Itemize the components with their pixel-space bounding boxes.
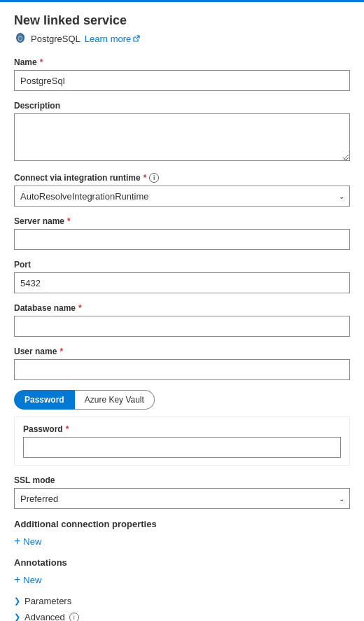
user-name-group: User name * xyxy=(14,347,350,380)
password-label: Password * xyxy=(23,424,341,434)
learn-more-link[interactable]: Learn more xyxy=(85,34,140,44)
ssl-mode-label: SSL mode xyxy=(14,475,350,485)
parameters-row[interactable]: ❯ Parameters xyxy=(14,596,350,606)
resize-handle: ↘ xyxy=(342,155,349,162)
additional-plus-icon: + xyxy=(14,535,20,547)
name-input[interactable] xyxy=(14,70,350,91)
annotations-plus-icon: + xyxy=(14,573,20,586)
name-group: Name * xyxy=(14,57,350,91)
integration-runtime-group: Connect via integration runtime * i Auto… xyxy=(14,173,350,207)
advanced-row[interactable]: ❯ Advanced i xyxy=(14,612,350,621)
password-section: Password * xyxy=(14,417,350,466)
user-name-label: User name * xyxy=(14,347,350,356)
advanced-chevron-icon: ❯ xyxy=(14,613,20,621)
server-name-required: * xyxy=(67,216,71,226)
service-header: PostgreSQL Learn more xyxy=(14,32,350,45)
database-name-required: * xyxy=(78,303,82,313)
server-name-group: Server name * xyxy=(14,216,350,250)
server-name-input[interactable] xyxy=(14,229,350,250)
database-name-group: Database name * xyxy=(14,303,350,337)
annotations-title: Annotations xyxy=(14,557,350,568)
port-input[interactable] xyxy=(14,272,350,293)
database-name-input[interactable] xyxy=(14,316,350,337)
password-toggle-btn[interactable]: Password xyxy=(14,390,75,410)
integration-runtime-required: * xyxy=(144,173,147,183)
additional-connection-properties-group: Additional connection properties + New xyxy=(14,519,350,547)
description-textarea[interactable] xyxy=(14,113,350,161)
ssl-mode-select-wrapper: Preferred Require Disable Allow VerifyCA… xyxy=(14,488,350,509)
port-group: Port xyxy=(14,260,350,293)
integration-runtime-info-icon[interactable]: i xyxy=(149,173,159,183)
user-name-input[interactable] xyxy=(14,359,350,380)
password-group: Password * xyxy=(23,424,341,458)
external-link-icon xyxy=(132,35,140,43)
panel-title: New linked service xyxy=(14,13,350,28)
advanced-info-icon[interactable]: i xyxy=(69,613,79,622)
advanced-label: Advanced xyxy=(24,612,65,621)
svg-rect-2 xyxy=(23,35,24,39)
name-required: * xyxy=(40,57,43,67)
ssl-mode-select[interactable]: Preferred Require Disable Allow VerifyCA… xyxy=(14,488,350,509)
parameters-chevron-icon: ❯ xyxy=(14,596,20,606)
port-label: Port xyxy=(14,260,350,270)
auth-toggle-group: Password Azure Key Vault xyxy=(14,390,350,410)
postgresql-icon xyxy=(14,32,27,45)
user-name-required: * xyxy=(59,347,63,356)
password-input[interactable] xyxy=(23,437,341,458)
integration-runtime-select-wrapper: AutoResolveIntegrationRuntime ⌄ xyxy=(14,186,350,207)
annotations-new-button[interactable]: + New xyxy=(14,573,41,586)
panel: New linked service PostgreSQL Learn more… xyxy=(0,2,364,621)
database-name-label: Database name * xyxy=(14,303,350,313)
additional-new-button[interactable]: + New xyxy=(14,535,41,547)
server-name-label: Server name * xyxy=(14,216,350,226)
azure-key-vault-toggle-btn[interactable]: Azure Key Vault xyxy=(75,390,155,410)
annotations-group: Annotations + New xyxy=(14,557,350,586)
additional-connection-properties-title: Additional connection properties xyxy=(14,519,350,529)
ssl-mode-group: SSL mode Preferred Require Disable Allow… xyxy=(14,475,350,509)
password-required: * xyxy=(66,424,69,434)
description-label: Description xyxy=(14,101,350,111)
service-name: PostgreSQL xyxy=(31,34,80,44)
integration-runtime-label: Connect via integration runtime * i xyxy=(14,173,350,183)
integration-runtime-select[interactable]: AutoResolveIntegrationRuntime xyxy=(14,186,350,207)
name-label: Name * xyxy=(14,57,350,67)
parameters-label: Parameters xyxy=(24,596,71,606)
description-group: Description ↘ xyxy=(14,101,350,163)
description-textarea-wrapper: ↘ xyxy=(14,113,350,163)
